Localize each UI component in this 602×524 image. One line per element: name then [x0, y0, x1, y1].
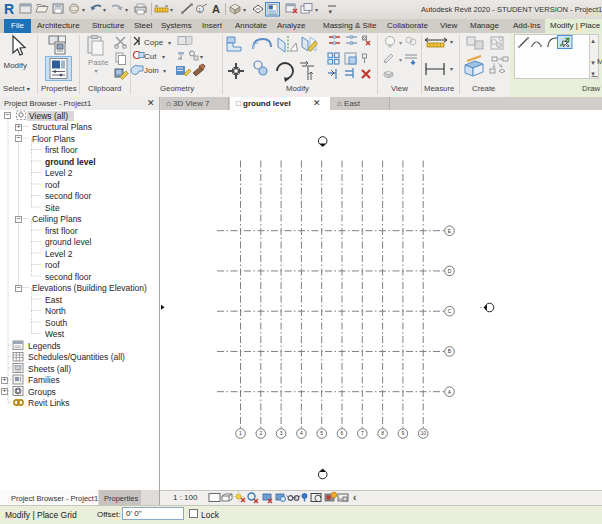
svg-text:▾: ▾ [399, 40, 402, 46]
svg-text:▾: ▾ [591, 59, 595, 66]
svg-text:D: D [448, 268, 452, 274]
svg-text:Paste: Paste [88, 58, 109, 67]
svg-text:3: 3 [280, 430, 283, 436]
svg-text:Cope: Cope [144, 38, 164, 47]
svg-text:▾: ▾ [163, 68, 166, 74]
svg-text:10: 10 [420, 430, 426, 436]
svg-text:▾: ▾ [162, 54, 165, 60]
svg-text:M: M [597, 57, 602, 66]
svg-text:5: 5 [320, 430, 323, 436]
svg-text:▾: ▾ [450, 39, 453, 45]
svg-text:Modify: Modify [4, 61, 28, 70]
svg-text:A: A [448, 389, 452, 395]
svg-text:2: 2 [259, 430, 262, 436]
svg-text:▾: ▾ [82, 7, 85, 13]
svg-text:E: E [448, 228, 452, 234]
svg-text:▴: ▴ [591, 37, 595, 44]
svg-text:B: B [448, 348, 452, 354]
svg-text:R: R [4, 1, 14, 17]
svg-text:▾: ▾ [103, 7, 106, 13]
svg-text:9: 9 [402, 430, 405, 436]
svg-text:▾: ▾ [170, 7, 173, 13]
svg-text:C: C [448, 308, 452, 314]
svg-text:▾: ▾ [243, 7, 246, 13]
svg-text:▾: ▾ [329, 8, 333, 15]
svg-text:Cut: Cut [144, 52, 157, 61]
svg-text:‹: ‹ [353, 492, 356, 503]
svg-text:▾: ▾ [450, 66, 453, 72]
svg-text:▾: ▾ [168, 40, 171, 46]
svg-text:6: 6 [341, 430, 344, 436]
svg-text:A: A [212, 3, 220, 15]
svg-text:Join: Join [144, 66, 159, 75]
svg-text:▾: ▾ [95, 68, 98, 74]
svg-text:4: 4 [300, 430, 303, 436]
svg-text:▾: ▾ [591, 70, 595, 77]
svg-text:▾: ▾ [125, 7, 128, 13]
svg-text:7: 7 [361, 430, 364, 436]
svg-text:1: 1 [198, 7, 201, 13]
svg-text:▾: ▾ [399, 57, 402, 63]
svg-text:▾: ▾ [315, 7, 318, 13]
svg-text:▾: ▾ [200, 54, 203, 60]
svg-text:8: 8 [381, 430, 384, 436]
svg-text:1: 1 [239, 430, 242, 436]
